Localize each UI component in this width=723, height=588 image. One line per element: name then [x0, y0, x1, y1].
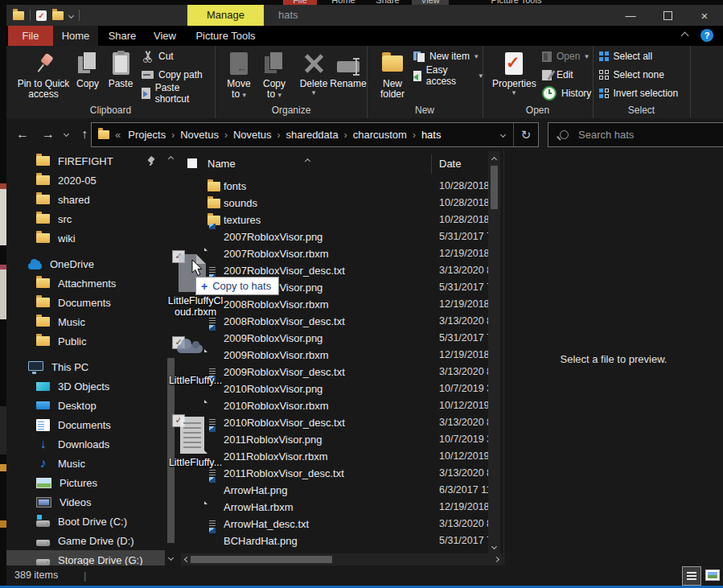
new-item-button[interactable]: New item ▾	[413, 49, 479, 64]
sidebar-item[interactable]: 3D Objects	[6, 376, 165, 396]
select-all-button[interactable]: Select all	[599, 49, 652, 64]
copy-to-button[interactable]: Copy to ▾	[257, 48, 291, 100]
sidebar-item[interactable]: src	[6, 209, 165, 228]
maximize-button[interactable]	[649, 5, 686, 26]
file-row[interactable]: textures 10/28/2018	[181, 212, 488, 228]
tab-share[interactable]: Share	[100, 26, 145, 46]
file-row[interactable]: 2011RobloxVisor.png 10/7/2019 3	[181, 431, 488, 448]
chevron-down-icon[interactable]	[68, 12, 74, 18]
sidebar-item[interactable]: Storage Drive (G:)	[6, 550, 165, 565]
scrollbar-thumb[interactable]	[191, 556, 332, 563]
file-row[interactable]: 2007RobloxVisor.rbxm 12/19/2018	[181, 245, 488, 262]
sidebar-item[interactable]: shared	[6, 190, 165, 209]
close-button[interactable]: ×	[686, 5, 723, 26]
open-button[interactable]: Open ▾	[542, 49, 589, 64]
copy-path-button[interactable]: Copy path	[142, 68, 203, 82]
scroll-up-icon[interactable]	[488, 154, 500, 166]
sidebar-item[interactable]: FIREFIGHT	[6, 151, 165, 171]
file-row[interactable]: 2008RobloxVisor.rbxm 12/19/2018	[181, 296, 488, 313]
sidebar-item[interactable]: This PC	[6, 357, 165, 376]
folder-icon[interactable]	[13, 11, 24, 20]
delete-button[interactable]: Delete ▾	[296, 48, 331, 96]
file-row[interactable]: 2010RobloxVisor.rbxm 10/12/2019	[181, 397, 488, 414]
breadcrumb-item[interactable]: Projects	[122, 123, 171, 146]
scroll-right-icon[interactable]	[491, 553, 503, 565]
folder-icon[interactable]	[52, 11, 64, 20]
scroll-down-icon[interactable]	[488, 541, 500, 553]
rename-button[interactable]: Rename	[330, 48, 367, 89]
easy-access-button[interactable]: Easy access ▾	[413, 68, 483, 83]
select-all-checkbox[interactable]	[187, 158, 197, 168]
sidebar-item[interactable]: Documents	[6, 415, 165, 434]
file-row[interactable]: fonts 10/28/2018	[181, 178, 488, 195]
file-row[interactable]: 2009RobloxVisor.png 5/31/2017 7	[181, 330, 488, 347]
sidebar-item[interactable]: wiki	[6, 228, 165, 248]
sidebar-item[interactable]: Videos	[6, 492, 165, 512]
properties-check-icon[interactable]: ✓	[36, 10, 47, 21]
paste-shortcut-button[interactable]: Paste shortcut	[142, 86, 215, 101]
collapse-ribbon-icon[interactable]	[681, 32, 689, 40]
file-row[interactable]: sounds 10/28/2018	[181, 195, 488, 212]
file-row[interactable]: 2009RobloxVisor_desc.txt 3/13/2020 8	[181, 364, 488, 380]
breadcrumb-item-current[interactable]: hats	[416, 123, 447, 146]
manage-context-tab[interactable]: Manage	[187, 5, 264, 26]
breadcrumb-item[interactable]: Novetus	[175, 123, 224, 146]
scrollbar-thumb[interactable]	[491, 166, 498, 209]
copy-button[interactable]: Copy	[72, 48, 103, 89]
select-none-button[interactable]: Select none	[599, 68, 664, 82]
file-row[interactable]: BCHardHat.png 5/31/2017 7	[181, 532, 488, 549]
recent-locations-button[interactable]	[58, 118, 74, 150]
tab-view[interactable]: View	[146, 26, 183, 46]
breadcrumb-item[interactable]: charcustom	[347, 123, 413, 146]
column-divider[interactable]	[431, 154, 432, 174]
sidebar-item[interactable]: Desktop	[6, 396, 165, 415]
breadcrumb-overflow[interactable]: «	[115, 129, 121, 141]
breadcrumb-item[interactable]: shareddata	[281, 123, 344, 146]
thumbnail-view-button[interactable]	[703, 566, 721, 584]
sidebar-item[interactable]: Boot Drive (C:)	[6, 512, 165, 531]
file-row[interactable]: ArrowHat.png 6/3/2017 11	[181, 482, 488, 499]
sidebar-item[interactable]: 2020-05	[6, 171, 165, 190]
invert-selection-button[interactable]: Invert selection	[599, 86, 678, 101]
new-folder-button[interactable]: New folder	[375, 48, 410, 100]
sidebar-item[interactable]: Pictures	[6, 473, 165, 492]
details-view-button[interactable]	[682, 566, 701, 586]
tab-picture-tools[interactable]: Picture Tools	[187, 26, 264, 46]
sidebar-item[interactable]: Documents	[6, 293, 165, 312]
file-row[interactable]: 2008RobloxVisor_desc.txt 3/13/2020 8	[181, 313, 488, 330]
tab-home[interactable]: Home	[53, 26, 98, 46]
file-list-horizontal-scrollbar[interactable]	[181, 553, 503, 565]
sidebar-item[interactable]: Downloads	[6, 434, 165, 454]
column-header-date[interactable]: Date	[439, 154, 461, 174]
sidebar-item[interactable]: Public	[6, 331, 165, 351]
move-to-button[interactable]: Move to ▾	[222, 48, 256, 100]
column-header-name[interactable]: Name	[207, 154, 236, 174]
breadcrumb-item[interactable]: Novetus	[228, 123, 277, 146]
paste-button[interactable]: Paste	[104, 48, 138, 89]
breadcrumb[interactable]: « Projects › Novetus › Novetus › sharedd…	[91, 122, 539, 147]
sidebar-item[interactable]: Attachments	[6, 273, 165, 293]
sidebar-item[interactable]: Music	[6, 312, 165, 331]
scroll-down-icon[interactable]	[165, 552, 177, 564]
minimize-button[interactable]: —	[612, 5, 649, 26]
file-row[interactable]: ArrowHat_desc.txt 3/13/2020 8	[181, 516, 488, 532]
scroll-up-icon[interactable]	[165, 153, 177, 165]
properties-button[interactable]: Properties ▾	[492, 48, 536, 96]
file-row[interactable]: 2007RobloxVisor.png 5/31/2017 7	[181, 228, 488, 245]
forward-button[interactable]: →	[37, 118, 60, 150]
address-dropdown-button[interactable]	[492, 133, 513, 137]
file-row[interactable]: 2011RobloxVisor.rbxm 10/12/2019	[181, 448, 488, 465]
help-button[interactable]: ?	[700, 29, 713, 42]
refresh-button[interactable]: ↻	[514, 128, 538, 142]
file-menu-button[interactable]: File	[8, 26, 53, 46]
cut-button[interactable]: Cut	[142, 49, 174, 64]
sidebar-item[interactable]: Music	[6, 454, 165, 473]
file-row[interactable]: 2009RobloxVisor.rbxm 12/19/2018	[181, 347, 488, 364]
back-button[interactable]: ←	[11, 118, 34, 150]
sidebar-item[interactable]: Game Drive (D:)	[6, 531, 165, 550]
file-list-vertical-scrollbar[interactable]	[488, 151, 500, 553]
sidebar-item[interactable]: OneDrive	[6, 254, 165, 273]
file-row[interactable]: ArrowHat.rbxm 12/19/2018	[181, 499, 488, 516]
file-row[interactable]: 2010RobloxVisor.png 10/7/2019 3	[181, 380, 488, 397]
history-button[interactable]: History	[542, 86, 591, 101]
